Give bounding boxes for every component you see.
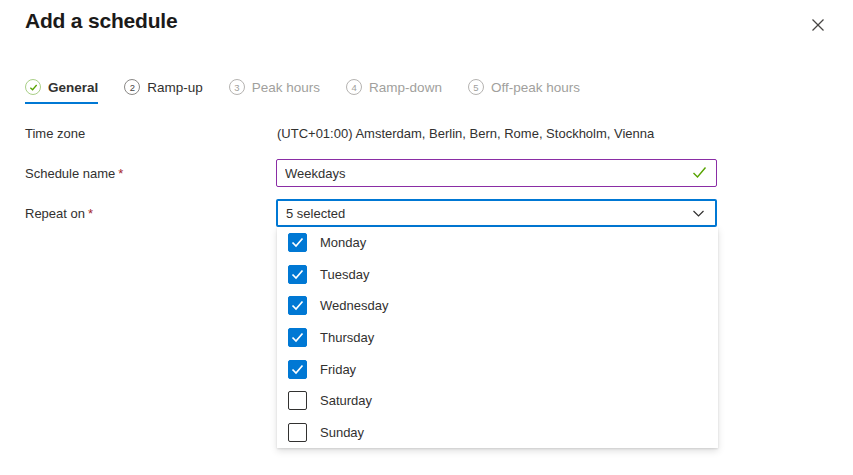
tab-off-peak-hours: 5 Off-peak hours xyxy=(468,79,580,104)
day-checkbox[interactable] xyxy=(288,265,307,284)
time-zone-label: Time zone xyxy=(25,126,85,141)
combobox-value: 5 selected xyxy=(286,206,345,221)
dropdown-option-tuesday[interactable]: Tuesday xyxy=(277,259,718,291)
step-4-icon: 4 xyxy=(346,79,362,95)
wizard-tab-bar: General 2 Ramp-up 3 Peak hours 4 Ramp-do… xyxy=(25,79,580,104)
day-checkbox[interactable] xyxy=(288,423,307,442)
day-checkbox[interactable] xyxy=(288,360,307,379)
dropdown-option-thursday[interactable]: Thursday xyxy=(277,322,718,354)
step-3-icon: 3 xyxy=(229,79,245,95)
day-label: Thursday xyxy=(320,330,374,345)
day-label: Wednesday xyxy=(320,298,388,313)
dropdown-option-friday[interactable]: Friday xyxy=(277,353,718,385)
repeat-on-dropdown-list: Monday Tuesday Wednesday Thursday Friday xyxy=(277,227,718,448)
close-x-glyph xyxy=(811,18,825,32)
close-icon[interactable] xyxy=(807,14,829,36)
required-asterisk: * xyxy=(88,206,93,221)
check-circle-icon xyxy=(25,79,41,95)
day-checkbox[interactable] xyxy=(288,296,307,315)
checkmark-icon xyxy=(291,300,304,311)
step-5-icon: 5 xyxy=(468,79,484,95)
day-checkbox[interactable] xyxy=(288,233,307,252)
tab-label-peak-hours: Peak hours xyxy=(252,80,320,95)
tab-ramp-down: 4 Ramp-down xyxy=(346,79,442,104)
tab-ramp-up[interactable]: 2 Ramp-up xyxy=(124,79,203,104)
dropdown-option-saturday[interactable]: Saturday xyxy=(277,385,718,417)
checkmark-icon xyxy=(291,269,304,280)
repeat-on-combobox[interactable]: 5 selected xyxy=(276,199,717,227)
chevron-down-icon xyxy=(692,207,705,220)
dropdown-option-monday[interactable]: Monday xyxy=(277,227,718,259)
page-title: Add a schedule xyxy=(25,9,177,33)
checkmark-icon xyxy=(291,364,304,375)
time-zone-value: (UTC+01:00) Amsterdam, Berlin, Bern, Rom… xyxy=(277,126,654,141)
step-2-icon: 2 xyxy=(124,79,140,95)
tab-general[interactable]: General xyxy=(25,79,98,104)
day-checkbox[interactable] xyxy=(288,328,307,347)
valid-checkmark-icon xyxy=(692,166,707,179)
day-label: Monday xyxy=(320,235,366,250)
day-label: Friday xyxy=(320,362,356,377)
schedule-name-label: Schedule name* xyxy=(25,166,123,181)
tab-label-ramp-up: Ramp-up xyxy=(147,80,203,95)
tab-peak-hours: 3 Peak hours xyxy=(229,79,320,104)
checkmark-icon xyxy=(291,237,304,248)
dropdown-option-sunday[interactable]: Sunday xyxy=(277,416,718,448)
day-label: Sunday xyxy=(320,425,364,440)
dropdown-option-wednesday[interactable]: Wednesday xyxy=(277,290,718,322)
day-label: Saturday xyxy=(320,393,372,408)
checkmark-icon xyxy=(291,332,304,343)
schedule-name-input[interactable] xyxy=(276,159,717,187)
required-asterisk: * xyxy=(118,166,123,181)
tab-label-off-peak-hours: Off-peak hours xyxy=(491,80,580,95)
day-checkbox[interactable] xyxy=(288,391,307,410)
tab-label-ramp-down: Ramp-down xyxy=(369,80,442,95)
tab-label-general: General xyxy=(48,80,98,95)
day-label: Tuesday xyxy=(320,267,369,282)
repeat-on-label: Repeat on* xyxy=(25,206,93,221)
